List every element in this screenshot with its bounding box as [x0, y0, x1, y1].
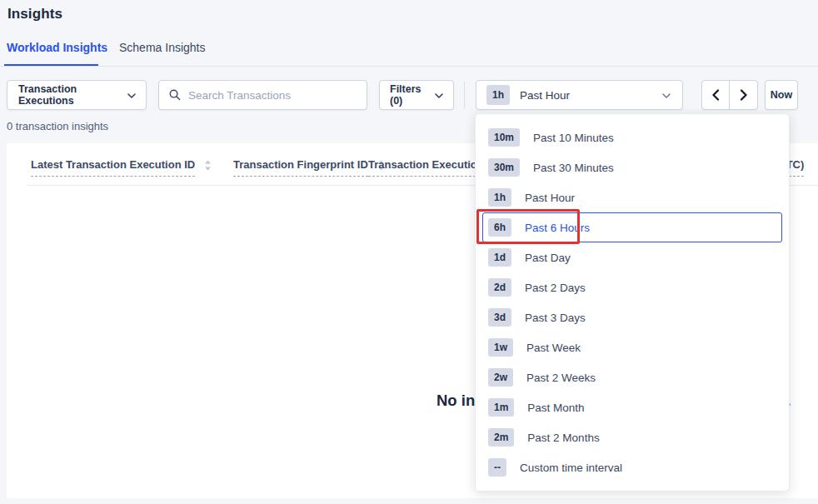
time-option-badge: 1h	[488, 188, 511, 207]
insight-type-label: Transaction Executions	[18, 83, 127, 107]
chevron-left-icon	[711, 89, 720, 101]
page-title: Insights	[7, 6, 62, 22]
time-option-2m[interactable]: 2mPast 2 Months	[482, 422, 782, 452]
insights-page: { "page": { "title": "Insights" }, "tabs…	[0, 0, 818, 504]
time-option-1w[interactable]: 1wPast Week	[482, 332, 782, 362]
filters-label: Filters (0)	[390, 83, 435, 107]
column-header-transaction-execution[interactable]: Transaction Execution	[368, 158, 484, 177]
time-option-label: Past 3 Days	[525, 312, 586, 324]
column-header-transaction-fingerprint-id[interactable]: Transaction Fingerprint ID	[233, 158, 368, 177]
time-option-badge: 2m	[488, 428, 514, 447]
time-range-arrows	[701, 80, 758, 110]
chevron-right-icon	[740, 89, 748, 101]
time-option-label: Past 30 Minutes	[533, 162, 614, 174]
time-option-30m[interactable]: 30mPast 30 Minutes	[482, 152, 782, 182]
time-option-badge: 6h	[488, 218, 511, 237]
now-button[interactable]: Now	[765, 80, 798, 110]
time-option-1m[interactable]: 1mPast Month	[482, 392, 782, 422]
time-option-3d[interactable]: 3dPast 3 Days	[482, 302, 782, 332]
time-option-label: Past 2 Days	[525, 282, 586, 294]
time-option-badge: --	[488, 458, 506, 477]
tabs-divider	[0, 66, 818, 67]
time-interval-menu: 10mPast 10 Minutes30mPast 30 Minutes1hPa…	[475, 113, 790, 492]
search-input[interactable]	[188, 89, 358, 102]
chevron-down-icon	[435, 89, 443, 101]
time-option-badge: 1d	[488, 248, 511, 267]
time-option-label: Past 2 Months	[527, 432, 599, 444]
time-interval-selector[interactable]: 1h Past Hour	[476, 80, 683, 110]
sort-icon[interactable]	[204, 159, 212, 172]
time-option-10m[interactable]: 10mPast 10 Minutes	[482, 122, 782, 152]
tab-workload-insights[interactable]: Workload Insights	[7, 41, 107, 54]
time-option-badge: 1m	[488, 398, 514, 417]
previous-interval-button[interactable]	[702, 81, 730, 109]
time-option-label: Past Month	[527, 402, 584, 414]
time-option-badge: 10m	[488, 128, 520, 147]
time-option-custom[interactable]: --Custom time interval	[482, 452, 782, 482]
time-option-label: Past Hour	[525, 192, 575, 204]
chevron-down-icon	[662, 89, 671, 101]
time-option-badge: 2w	[488, 368, 513, 387]
time-option-6h[interactable]: 6hPast 6 Hours	[482, 212, 782, 242]
search-box[interactable]	[158, 80, 367, 110]
time-option-label: Custom time interval	[520, 462, 622, 474]
next-interval-button[interactable]	[730, 81, 757, 109]
time-option-label: Past 6 Hours	[525, 222, 590, 234]
time-option-1h[interactable]: 1hPast Hour	[482, 182, 782, 212]
time-option-badge: 3d	[488, 308, 511, 327]
toolbar-divider	[464, 82, 465, 108]
time-option-2d[interactable]: 2dPast 2 Days	[482, 272, 782, 302]
time-option-badge: 30m	[488, 158, 520, 177]
insight-type-dropdown[interactable]: Transaction Executions	[7, 80, 147, 110]
time-option-1d[interactable]: 1dPast Day	[482, 242, 782, 272]
time-option-badge: 2d	[488, 278, 511, 297]
time-option-badge: 1w	[488, 338, 513, 357]
time-option-2w[interactable]: 2wPast 2 Weeks	[482, 362, 782, 392]
insights-count: 0 transaction insights	[7, 120, 108, 132]
time-option-label: Past 2 Weeks	[526, 372, 596, 384]
tab-schema-insights[interactable]: Schema Insights	[119, 41, 206, 54]
search-icon	[169, 89, 181, 101]
column-header-latest-transaction-execution-id[interactable]: Latest Transaction Execution ID	[31, 158, 195, 177]
time-interval-badge: 1h	[486, 85, 510, 105]
time-option-label: Past 10 Minutes	[533, 132, 614, 144]
chevron-down-icon	[127, 89, 136, 101]
time-option-label: Past Week	[526, 342, 581, 354]
filters-button[interactable]: Filters (0)	[379, 80, 454, 110]
time-interval-label: Past Hour	[520, 89, 570, 102]
time-option-label: Past Day	[525, 252, 571, 264]
